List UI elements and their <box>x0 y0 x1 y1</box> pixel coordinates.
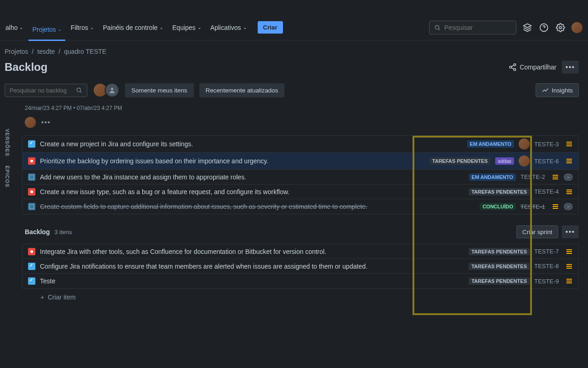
svg-point-0 <box>435 25 439 29</box>
notifications-icon[interactable] <box>522 22 533 33</box>
settings-icon[interactable] <box>555 22 566 33</box>
issue-key[interactable]: TESTE-3 <box>534 141 562 148</box>
sprint-avatars: ••• <box>25 117 579 128</box>
nav-item-filtros[interactable]: Filtros⌄ <box>67 20 97 35</box>
assignee-avatar[interactable] <box>519 155 530 167</box>
assignee-filter[interactable] <box>93 83 119 98</box>
side-tab-versoes[interactable]: VERSÕES <box>5 129 10 156</box>
insights-button[interactable]: Insights <box>536 83 579 97</box>
issue-key[interactable]: TESTE-8 <box>534 263 562 270</box>
breadcrumb-item[interactable]: Projetos <box>5 48 28 55</box>
issue-summary: Create custom fields to capture addition… <box>40 203 475 210</box>
status-badge[interactable]: TAREFAS PENDENTES <box>469 248 530 255</box>
status-badge[interactable]: EM ANDAMENTO <box>467 140 514 148</box>
svg-point-4 <box>560 26 562 29</box>
side-tab-epicos[interactable]: ÉPICOS <box>5 166 10 188</box>
task-icon <box>28 277 35 285</box>
breadcrumb: Projetos/ tesdte/ quadro TESTE <box>5 48 579 55</box>
status-badge[interactable]: TAREFAS PENDENTES <box>430 157 491 165</box>
recent-filter[interactable]: Recentemente atualizados <box>199 83 285 98</box>
issue-summary: Prioritize the backlog by ordering issue… <box>40 157 425 165</box>
backlog-search[interactable] <box>5 84 87 97</box>
avatar[interactable] <box>25 117 36 128</box>
user-avatar[interactable] <box>571 22 582 33</box>
nav-item-equipes[interactable]: Equipes⌄ <box>169 20 205 35</box>
issue-row[interactable]: Configure Jira notifications to ensure t… <box>23 259 578 274</box>
share-label: Compartilhar <box>520 63 556 71</box>
label-badge: sddas <box>495 157 514 165</box>
header-actions: Compartilhar ••• <box>509 61 579 74</box>
create-sprint-button[interactable]: Criar sprint <box>516 225 558 238</box>
global-search[interactable] <box>429 21 516 34</box>
status-badge[interactable]: CONCLUÍDO <box>480 203 516 210</box>
subtask-icon <box>28 173 35 181</box>
priority-medium-icon <box>566 278 573 284</box>
more-button[interactable]: ••• <box>562 61 579 74</box>
issue-row[interactable]: TesteTAREFAS PENDENTESTESTE-9 <box>23 274 578 288</box>
priority-medium-icon <box>566 141 573 147</box>
priority-medium-icon <box>566 189 573 195</box>
status-badge[interactable]: TAREFAS PENDENTES <box>469 263 530 270</box>
breadcrumb-item[interactable]: quadro TESTE <box>64 48 106 55</box>
svg-line-1 <box>439 29 440 30</box>
issue-row[interactable]: Integrate Jira with other tools, such as… <box>23 244 578 259</box>
page-title: Backlog <box>5 61 47 74</box>
svg-line-9 <box>512 65 514 67</box>
issue-key[interactable]: TESTE-6 <box>534 158 562 165</box>
nav-item-truncated[interactable]: alho⌄ <box>6 20 27 35</box>
nav-right <box>429 21 582 34</box>
issue-row[interactable]: Add new users to the Jira instance and a… <box>23 170 578 184</box>
priority-medium-icon <box>566 158 573 164</box>
chart-icon <box>542 86 549 94</box>
status-badge[interactable]: EM ANDAMENTO <box>469 173 516 181</box>
backlog-search-input[interactable] <box>10 87 76 94</box>
issue-key[interactable]: TESTE-7 <box>534 248 562 255</box>
unassigned-avatar[interactable] <box>105 83 119 98</box>
issue-summary: Create a new issue type, such as a bug o… <box>40 188 464 196</box>
help-icon[interactable] <box>538 22 549 33</box>
issue-key[interactable]: TESTE-9 <box>534 278 562 285</box>
bug-icon <box>28 188 35 196</box>
share-button[interactable]: Compartilhar <box>509 63 556 71</box>
issue-summary: Create a new project in Jira and configu… <box>40 140 463 148</box>
sprint-more-button[interactable]: ••• <box>41 119 51 126</box>
chevron-down-icon: ⌄ <box>90 25 94 30</box>
bug-icon <box>28 157 35 165</box>
issue-row[interactable]: Prioritize the backlog by ordering issue… <box>23 153 578 170</box>
status-badge[interactable]: TAREFAS PENDENTES <box>469 188 530 196</box>
issue-row[interactable]: Create a new issue type, such as a bug o… <box>23 184 578 199</box>
nav-item-aplicativos[interactable]: Aplicativos⌄ <box>207 20 250 35</box>
backlog-more-button[interactable]: ••• <box>562 225 579 238</box>
issue-key[interactable]: TESTE-1 <box>520 203 548 210</box>
issue-key[interactable]: TESTE-2 <box>520 173 548 180</box>
bug-icon <box>28 248 35 255</box>
priority-medium-icon <box>553 174 559 180</box>
chevron-down-icon: ⌄ <box>159 25 163 30</box>
issue-summary: Configure Jira notifications to ensure t… <box>40 263 464 270</box>
nav-item-paineis[interactable]: Painéis de controle⌄ <box>99 20 167 35</box>
status-badge[interactable]: TAREFAS PENDENTES <box>469 277 530 285</box>
issue-key[interactable]: TESTE-4 <box>534 188 562 195</box>
issue-row[interactable]: Create custom fields to capture addition… <box>23 199 578 214</box>
svg-point-7 <box>514 69 516 71</box>
side-tabs: VERSÕES ÉPICOS <box>5 129 10 188</box>
issue-summary: Teste <box>40 277 464 285</box>
backlog-actions: Criar sprint ••• <box>516 225 579 238</box>
svg-point-5 <box>514 64 516 66</box>
my-items-filter[interactable]: Somente meus itens <box>125 83 194 98</box>
backlog-count: 3 itens <box>54 229 72 236</box>
nav-item-projetos[interactable]: Projetos⌄ <box>28 22 65 41</box>
task-icon <box>28 263 35 270</box>
priority-medium-icon <box>566 263 573 270</box>
assignee-avatar[interactable] <box>519 138 530 150</box>
subtask-icon <box>28 203 35 210</box>
breadcrumb-item[interactable]: tesdte <box>37 48 55 55</box>
issue-summary: Integrate Jira with other tools, such as… <box>40 248 464 255</box>
create-button[interactable]: Criar <box>258 21 283 34</box>
issue-row[interactable]: Create a new project in Jira and configu… <box>23 136 578 153</box>
create-item-link[interactable]: + Criar item <box>22 289 579 301</box>
svg-line-8 <box>512 68 514 69</box>
filter-row: Somente meus itens Recentemente atualiza… <box>5 83 579 98</box>
svg-line-11 <box>80 92 82 93</box>
search-input[interactable] <box>444 24 511 31</box>
